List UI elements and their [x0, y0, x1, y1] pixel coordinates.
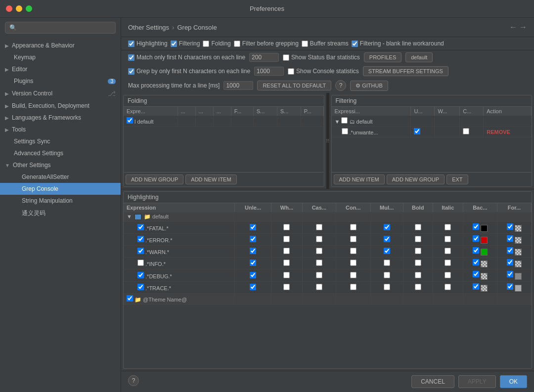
hl-error-unle[interactable]: [250, 236, 256, 242]
filtering-blank-checkbox[interactable]: Filtering - blank line workaround: [352, 40, 444, 47]
hl-trace-cas[interactable]: [316, 284, 322, 290]
filter-unwanted-u[interactable]: [414, 128, 420, 134]
hl-fatal-check[interactable]: [137, 224, 144, 230]
show-status-bar-checkbox[interactable]: Show Status Bar statistics: [283, 54, 360, 61]
match-value-input[interactable]: [249, 53, 279, 62]
hl-error-check[interactable]: [137, 236, 144, 242]
grep-value-input[interactable]: [254, 67, 284, 76]
sidebar-item-tongyi[interactable]: 通义灵码: [0, 207, 121, 220]
hl-warn-wh[interactable]: [283, 248, 290, 254]
sidebar-item-version-control[interactable]: ▶ Version Control ⎇: [0, 87, 121, 100]
table-row[interactable]: 📁 @Theme Name@: [124, 293, 532, 305]
table-row[interactable]: ▼ 🗂 default: [332, 116, 532, 127]
sidebar-item-appearance[interactable]: ▶ Appearance & Behavior: [0, 40, 121, 51]
sidebar-item-advanced-settings[interactable]: Advanced Settings: [0, 147, 121, 159]
hl-trace-for-color[interactable]: [515, 285, 522, 292]
add-new-item-filtering-button[interactable]: ADD NEW ITEM: [334, 174, 385, 184]
match-first-checkbox[interactable]: Match only first N characters on each li…: [128, 54, 245, 61]
hl-debug-unle[interactable]: [250, 272, 256, 278]
hl-warn-italic[interactable]: [445, 248, 451, 254]
hl-fatal-cas[interactable]: [316, 224, 322, 230]
table-row[interactable]: .*WARN.*: [124, 246, 532, 258]
panel-divider[interactable]: ⠿: [326, 93, 329, 189]
close-button[interactable]: [6, 5, 12, 12]
hl-debug-mul[interactable]: [384, 272, 390, 278]
hl-info-bac-check[interactable]: [473, 259, 479, 265]
hl-debug-for-color[interactable]: [515, 273, 522, 280]
folding-checkbox[interactable]: Folding: [203, 40, 230, 47]
reset-all-button[interactable]: RESET ALL TO DEFAULT: [257, 81, 331, 90]
default-button[interactable]: default: [405, 52, 433, 62]
table-row[interactable]: l default: [124, 116, 323, 127]
grep-first-check[interactable]: [128, 68, 134, 75]
hl-trace-check[interactable]: [137, 284, 144, 290]
profiles-button[interactable]: PROFILES: [364, 52, 401, 62]
hl-fatal-con[interactable]: [350, 224, 356, 230]
hl-trace-wh[interactable]: [283, 284, 290, 290]
hl-info-unle[interactable]: [250, 260, 256, 266]
show-console-check[interactable]: [288, 68, 294, 75]
forward-button[interactable]: →: [519, 23, 527, 32]
hl-theme-check[interactable]: [127, 295, 133, 302]
cancel-button[interactable]: CANCEL: [411, 375, 454, 388]
hl-error-bac-check[interactable]: [473, 235, 479, 242]
hl-debug-for-check[interactable]: [507, 271, 513, 277]
highlighting-checkbox[interactable]: Highlighting: [128, 40, 168, 47]
hl-fatal-unle[interactable]: [250, 224, 256, 230]
hl-trace-for-check[interactable]: [507, 283, 513, 290]
hl-warn-check[interactable]: [137, 248, 144, 254]
sidebar-item-build[interactable]: ▶ Build, Execution, Deployment: [0, 100, 121, 112]
filter-before-grepping-check[interactable]: [234, 41, 240, 47]
hl-fatal-bac-color[interactable]: [481, 225, 488, 232]
match-first-check[interactable]: [128, 54, 134, 61]
show-console-checkbox[interactable]: Show Console statistics: [288, 68, 359, 75]
hl-debug-cas[interactable]: [316, 272, 322, 278]
sidebar-item-editor[interactable]: ▶ Editor: [0, 63, 121, 75]
table-row[interactable]: .*DEBUG.*: [124, 269, 532, 281]
sidebar-item-settings-sync[interactable]: Settings Sync: [0, 135, 121, 147]
ext-filtering-button[interactable]: EXT: [446, 174, 468, 184]
hl-trace-bac-check[interactable]: [473, 283, 479, 290]
sidebar-item-string-manipulation[interactable]: String Manipulation: [0, 195, 121, 207]
hl-info-check[interactable]: [137, 260, 144, 266]
hl-fatal-bac-check[interactable]: [473, 223, 479, 230]
hl-warn-mul[interactable]: [384, 248, 390, 254]
hl-fatal-wh[interactable]: [283, 224, 290, 230]
sidebar-item-keymap[interactable]: Keymap: [0, 51, 121, 63]
hl-error-italic[interactable]: [445, 236, 451, 242]
hl-debug-bold[interactable]: [415, 272, 421, 278]
sidebar-item-generate-all-setter[interactable]: GenerateAllSetter: [0, 171, 121, 183]
hl-error-mul[interactable]: [384, 236, 390, 242]
hl-error-cas[interactable]: [316, 236, 322, 242]
hl-warn-for-check[interactable]: [507, 247, 513, 254]
add-new-group-folding-button[interactable]: ADD NEW GROUP: [126, 174, 183, 184]
hl-info-cas[interactable]: [316, 260, 322, 266]
table-row[interactable]: .*ERROR.*: [124, 234, 532, 246]
table-row[interactable]: ▼ 📁 default: [124, 212, 532, 222]
hl-info-for-color[interactable]: [515, 261, 522, 267]
search-box[interactable]: 🔍: [5, 22, 116, 34]
hl-fatal-for-color[interactable]: [515, 225, 522, 232]
highlighting-check[interactable]: [128, 41, 134, 47]
hl-debug-bac-check[interactable]: [473, 271, 479, 277]
table-row[interactable]: .*INFO.*: [124, 258, 532, 269]
hl-fatal-mul[interactable]: [384, 224, 390, 230]
github-button[interactable]: ⚙ GITHUB: [350, 81, 388, 91]
table-row[interactable]: .*TRACE.*: [124, 281, 532, 293]
sidebar-item-grep-console[interactable]: Grep Console: [0, 183, 121, 195]
hl-trace-bac-color[interactable]: [481, 285, 488, 292]
hl-warn-cas[interactable]: [316, 248, 322, 254]
hl-trace-mul[interactable]: [384, 284, 390, 290]
hl-trace-bold[interactable]: [415, 284, 421, 290]
hl-info-mul[interactable]: [384, 260, 390, 266]
folding-check[interactable]: [203, 41, 209, 47]
hl-info-bold[interactable]: [415, 260, 421, 266]
sidebar-item-plugins[interactable]: Plugins 3: [0, 75, 121, 87]
add-new-group-filtering-button[interactable]: ADD NEW GROUP: [387, 174, 445, 184]
show-status-bar-check[interactable]: [283, 54, 289, 61]
hl-warn-bac-color[interactable]: [481, 249, 488, 256]
hl-error-wh[interactable]: [283, 236, 290, 242]
hl-warn-bold[interactable]: [415, 248, 421, 254]
bottom-help-button[interactable]: ?: [128, 375, 139, 386]
hl-trace-italic[interactable]: [445, 284, 451, 290]
